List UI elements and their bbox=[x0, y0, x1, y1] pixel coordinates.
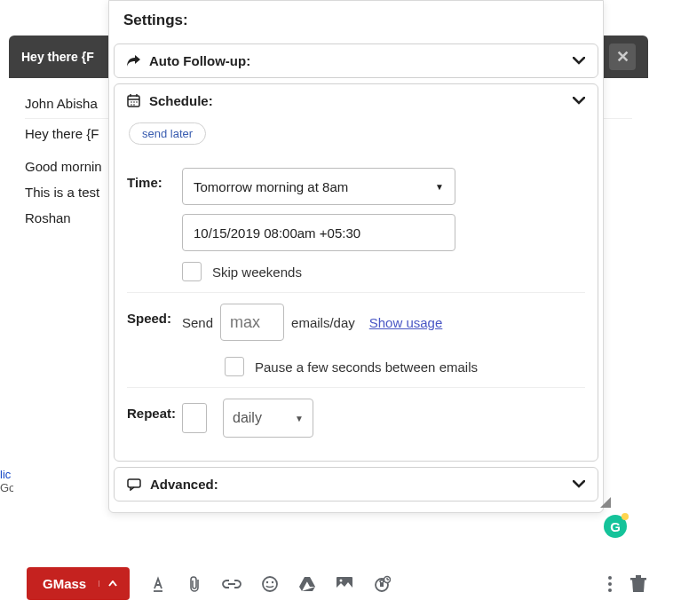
show-usage-link[interactable]: Show usage bbox=[369, 315, 443, 330]
speed-label: Speed: bbox=[127, 304, 182, 326]
grammarly-badge[interactable]: G bbox=[604, 515, 627, 538]
datetime-input[interactable] bbox=[182, 214, 455, 251]
chevron-down-icon bbox=[573, 97, 585, 105]
svg-point-15 bbox=[340, 579, 343, 581]
notification-dot-icon bbox=[622, 513, 629, 520]
repeat-label: Repeat: bbox=[127, 399, 182, 421]
time-preset-select[interactable]: Tomorrow morning at 8am ▼ bbox=[182, 168, 455, 205]
gmass-button[interactable]: GMass bbox=[27, 567, 130, 600]
svg-point-8 bbox=[133, 104, 135, 106]
schedule-section: Schedule: send later Time: Tomorrow morn… bbox=[114, 83, 598, 462]
image-icon[interactable] bbox=[336, 576, 353, 592]
text-format-icon[interactable] bbox=[149, 575, 167, 593]
scroll-handle-icon[interactable] bbox=[600, 497, 611, 508]
settings-panel: Settings: Auto Follow-up: Schedule: bbox=[108, 0, 604, 513]
close-button[interactable]: ✕ bbox=[609, 43, 636, 70]
pause-label: Pause a few seconds between emails bbox=[255, 359, 478, 375]
trash-icon[interactable] bbox=[630, 575, 646, 593]
svg-point-21 bbox=[608, 576, 612, 580]
svg-rect-17 bbox=[380, 582, 384, 587]
time-preset-value: Tomorrow morning at 8am bbox=[194, 179, 348, 194]
gmass-label: GMass bbox=[43, 576, 86, 591]
svg-point-5 bbox=[133, 101, 135, 103]
svg-point-6 bbox=[136, 101, 138, 103]
advanced-section: Advanced: bbox=[114, 467, 598, 501]
calendar-icon bbox=[127, 94, 140, 107]
compose-subject: Hey there {F bbox=[21, 50, 94, 64]
svg-point-12 bbox=[266, 580, 268, 582]
skip-weekends-label: Skip weekends bbox=[212, 265, 302, 280]
skip-weekends-checkbox[interactable] bbox=[182, 262, 202, 281]
chat-icon bbox=[127, 478, 141, 491]
confidential-icon[interactable] bbox=[373, 575, 391, 593]
more-options-icon[interactable] bbox=[607, 575, 613, 593]
share-icon bbox=[127, 55, 140, 67]
schedule-label: Schedule: bbox=[149, 93, 213, 108]
auto-followup-header[interactable]: Auto Follow-up: bbox=[115, 44, 598, 77]
send-later-pill[interactable]: send later bbox=[129, 122, 206, 145]
chevron-down-icon bbox=[573, 57, 585, 65]
advanced-label: Advanced: bbox=[150, 477, 218, 492]
link-icon[interactable] bbox=[222, 579, 241, 589]
attach-icon[interactable] bbox=[186, 575, 202, 593]
emails-day-suffix: emails/day bbox=[291, 315, 355, 330]
pause-checkbox[interactable] bbox=[225, 357, 244, 376]
repeat-count-input[interactable] bbox=[182, 403, 207, 433]
auto-followup-label: Auto Follow-up: bbox=[149, 53, 250, 68]
emoji-icon[interactable] bbox=[261, 575, 279, 593]
time-label: Time: bbox=[127, 168, 182, 190]
svg-point-23 bbox=[608, 588, 612, 592]
dropdown-arrow-icon: ▼ bbox=[295, 414, 304, 423]
repeat-unit-select[interactable]: daily ▼ bbox=[223, 399, 313, 438]
schedule-header[interactable]: Schedule: bbox=[115, 84, 598, 117]
svg-point-22 bbox=[608, 582, 612, 586]
repeat-unit-value: daily bbox=[233, 410, 262, 426]
svg-point-11 bbox=[263, 577, 277, 591]
emails-per-day-input[interactable] bbox=[220, 304, 284, 341]
svg-point-7 bbox=[131, 104, 132, 106]
settings-title: Settings: bbox=[109, 1, 603, 43]
external-link-fragment: lic bbox=[0, 468, 13, 481]
send-text: Send bbox=[182, 315, 213, 330]
svg-point-13 bbox=[272, 580, 273, 582]
svg-point-4 bbox=[131, 101, 132, 103]
chevron-down-icon bbox=[573, 480, 585, 488]
svg-rect-9 bbox=[128, 479, 140, 487]
advanced-header[interactable]: Advanced: bbox=[115, 468, 598, 501]
grammarly-letter: G bbox=[610, 519, 621, 534]
auto-followup-section: Auto Follow-up: bbox=[114, 43, 598, 78]
dropdown-arrow-icon: ▼ bbox=[435, 182, 444, 192]
svg-rect-25 bbox=[636, 575, 641, 578]
caret-up-icon bbox=[99, 580, 117, 587]
drive-icon[interactable] bbox=[298, 576, 316, 592]
external-text-fragment: Go bbox=[0, 481, 13, 494]
svg-rect-24 bbox=[630, 578, 646, 580]
compose-toolbar: GMass bbox=[27, 567, 646, 600]
